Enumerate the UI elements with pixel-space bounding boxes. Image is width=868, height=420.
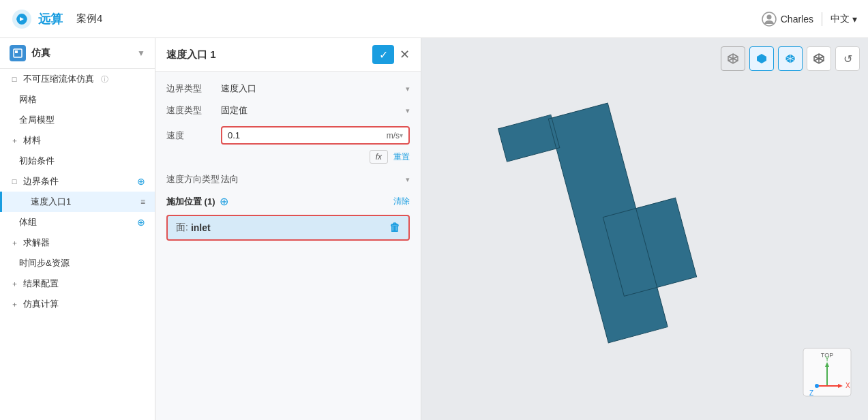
delete-inlet-icon[interactable]: 🗑 xyxy=(389,222,400,234)
sidebar-item-timestep[interactable]: 时间步&资源 xyxy=(0,253,155,273)
expand-icon: ＋ xyxy=(10,299,19,310)
lang-selector[interactable]: 中文 ▾ xyxy=(830,13,857,25)
sidebar-item-materials[interactable]: ＋ 材料 xyxy=(0,130,155,151)
panel-actions: ✓ ✕ xyxy=(372,45,410,64)
item-label: 速度入口1 xyxy=(31,196,71,208)
sidebar-item-velocity-inlet-1[interactable]: 速度入口1 ≡ xyxy=(0,192,155,212)
velocity-direction-arrow: ▾ xyxy=(406,175,410,184)
coord-axes: TOP Y X Z xyxy=(800,345,854,400)
svg-rect-4 xyxy=(15,50,18,53)
boundary-type-label: 边界类型 xyxy=(166,82,221,95)
header-divider xyxy=(822,12,822,26)
viewport: ↺ xyxy=(421,38,868,420)
sidebar-header: 仿真 ▼ xyxy=(0,38,155,69)
panel: 速度入口 1 ✓ ✕ 边界类型 速度入口 ▾ 速度类型 固定值 ▾ xyxy=(155,38,421,420)
fx-button[interactable]: fx xyxy=(370,150,388,164)
header-right: Charles 中文 ▾ xyxy=(762,12,857,27)
inlet-item: 面: inlet 🗑 xyxy=(166,215,410,241)
item-label: 结果配置 xyxy=(23,278,59,290)
sidebar-item-global-model[interactable]: 全局模型 xyxy=(0,110,155,130)
sidebar-item-result-config[interactable]: ＋ 结果配置 xyxy=(0,273,155,294)
item-label: 体组 xyxy=(19,216,37,228)
lang-dropdown-arrow: ▾ xyxy=(852,14,857,25)
header-left: 远算 案例4 xyxy=(11,8,102,30)
velocity-direction-value[interactable]: 法向 ▾ xyxy=(221,173,410,185)
boundary-type-value[interactable]: 速度入口 ▾ xyxy=(221,82,410,95)
item-label: 边界条件 xyxy=(23,175,59,188)
sidebar: 仿真 ▼ □ 不可压缩流体仿真 ⓘ 网格 全局模型 ＋ 材料 初始条件 □ 边界… xyxy=(0,38,155,420)
add-boundary-icon[interactable]: ⊕ xyxy=(137,176,145,187)
inlet-label: 面: inlet xyxy=(176,222,211,234)
info-icon: ⓘ xyxy=(101,74,108,85)
velocity-direction-label: 速度方向类型 xyxy=(166,173,221,185)
apply-add-icon[interactable]: ⊕ xyxy=(220,195,228,208)
logo: 远算 xyxy=(11,8,63,30)
panel-body: 边界类型 速度入口 ▾ 速度类型 固定值 ▾ 速度 m/s xyxy=(155,72,421,420)
sidebar-title: 仿真 xyxy=(10,45,50,61)
svg-point-19 xyxy=(815,384,819,388)
close-button[interactable]: ✕ xyxy=(400,48,410,61)
sidebar-collapse[interactable]: ▼ xyxy=(137,48,145,58)
expand-icon: □ xyxy=(10,177,19,185)
item-label: 网格 xyxy=(19,93,37,106)
panel-title: 速度入口 1 xyxy=(166,48,216,61)
user-info: Charles xyxy=(762,12,813,27)
lang-label: 中文 xyxy=(830,13,850,25)
sidebar-item-mesh[interactable]: 网格 xyxy=(0,89,155,110)
user-icon xyxy=(762,12,777,27)
sidebar-item-body-group[interactable]: 体组 ⊕ xyxy=(0,212,155,232)
sidebar-item-solver[interactable]: ＋ 求解器 xyxy=(0,232,155,253)
svg-text:Y: Y xyxy=(825,355,830,363)
svg-text:X: X xyxy=(845,382,850,389)
sidebar-item-sim-compute[interactable]: ＋ 仿真计算 xyxy=(0,294,155,314)
velocity-type-label: 速度类型 xyxy=(166,104,221,117)
item-label: 全局模型 xyxy=(19,114,55,126)
velocity-type-arrow: ▾ xyxy=(406,106,410,115)
boundary-type-text: 速度入口 xyxy=(221,82,256,95)
velocity-type-text: 固定值 xyxy=(221,104,248,117)
velocity-type-value[interactable]: 固定值 ▾ xyxy=(221,104,410,117)
sidebar-item-boundary-conditions[interactable]: □ 边界条件 ⊕ xyxy=(0,171,155,192)
reset-icon: ↺ xyxy=(843,52,852,65)
sidebar-item-incompressible[interactable]: □ 不可压缩流体仿真 ⓘ xyxy=(0,69,155,89)
reset-view-btn[interactable]: ↺ xyxy=(835,46,860,71)
item-label: 不可压缩流体仿真 xyxy=(23,73,94,85)
reset-button[interactable]: 重置 xyxy=(393,150,410,164)
boundary-type-row: 边界类型 速度入口 ▾ xyxy=(166,82,410,95)
item-label: 初始条件 xyxy=(19,155,55,167)
item-label: 时间步&资源 xyxy=(19,257,70,269)
add-body-icon[interactable]: ⊕ xyxy=(137,217,145,228)
item-label: 仿真计算 xyxy=(23,298,59,310)
wireframe-solid-btn[interactable] xyxy=(778,46,803,71)
apply-title: 施加位置 (1) xyxy=(166,196,215,208)
model-container xyxy=(473,64,760,394)
wireframe-btn[interactable] xyxy=(807,46,831,71)
logo-icon xyxy=(11,8,33,30)
apply-clear-button[interactable]: 清除 xyxy=(393,196,410,207)
velocity-input[interactable] xyxy=(228,130,384,140)
inlet-face: 面: xyxy=(176,222,188,234)
confirm-button[interactable]: ✓ xyxy=(372,45,394,64)
unit-dropdown-arrow[interactable]: ▾ xyxy=(400,132,403,139)
header: 远算 案例4 Charles 中文 ▾ xyxy=(0,0,868,38)
sidebar-icon xyxy=(10,45,26,61)
menu-icon[interactable]: ≡ xyxy=(140,197,145,207)
apply-section-header: 施加位置 (1) ⊕ 清除 xyxy=(166,195,410,208)
expand-icon: ＋ xyxy=(10,238,19,248)
user-name: Charles xyxy=(781,14,813,25)
inlet-name: inlet xyxy=(191,222,211,233)
panel-header: 速度入口 1 ✓ ✕ xyxy=(155,38,421,72)
form-actions-row: fx 重置 xyxy=(166,150,410,164)
logo-text: 远算 xyxy=(38,11,63,27)
item-label: 求解器 xyxy=(23,237,50,249)
item-label: 材料 xyxy=(23,134,41,147)
expand-icon: ＋ xyxy=(10,279,19,289)
velocity-label: 速度 xyxy=(166,130,221,142)
sidebar-label: 仿真 xyxy=(31,47,50,59)
velocity-row: 速度 m/s ▾ xyxy=(166,126,410,145)
svg-point-2 xyxy=(766,14,771,19)
velocity-direction-text: 法向 xyxy=(221,173,239,185)
sidebar-item-initial-conditions[interactable]: 初始条件 xyxy=(0,151,155,171)
expand-icon: ＋ xyxy=(10,136,19,146)
svg-text:Z: Z xyxy=(809,389,813,397)
